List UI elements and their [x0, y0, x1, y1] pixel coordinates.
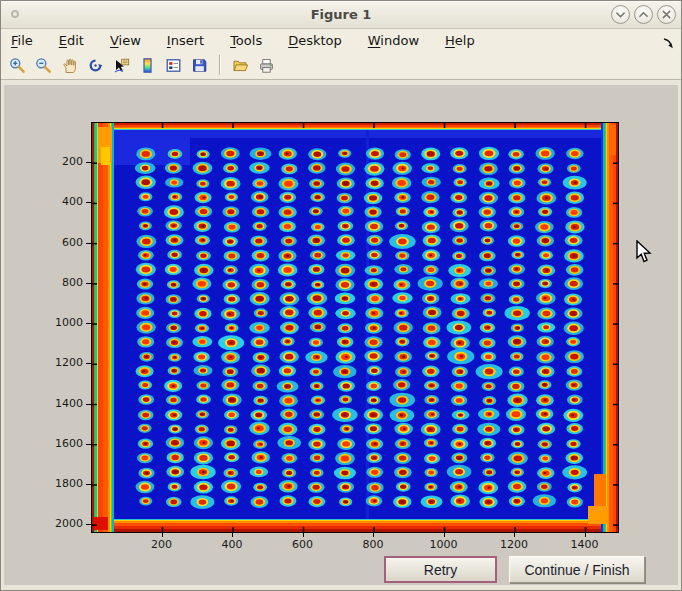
data-cursor-button[interactable]: [112, 56, 130, 74]
continue-finish-button[interactable]: Continue / Finish: [509, 556, 645, 583]
menu-view[interactable]: View: [110, 33, 155, 48]
x-tick-label: 400: [210, 538, 254, 551]
rotate-3d-icon: [87, 57, 104, 74]
menu-tools[interactable]: Tools: [230, 33, 276, 48]
open-folder-icon: [232, 57, 249, 74]
menu-file[interactable]: File: [11, 33, 47, 48]
shade-button[interactable]: [611, 5, 630, 24]
y-tick-label: 1000: [45, 316, 83, 329]
menu-insert[interactable]: Insert: [167, 33, 218, 48]
y-tick-mark: [86, 484, 91, 485]
x-tick-label: 1200: [492, 538, 536, 551]
y-tick-mark: [86, 162, 91, 163]
x-tick-label: 200: [140, 538, 184, 551]
x-tick-label: 1000: [422, 538, 466, 551]
close-button[interactable]: [657, 5, 676, 24]
y-tick-label: 1400: [45, 397, 83, 410]
x-tick-mark: [162, 533, 163, 537]
zoom-out-icon: [35, 57, 52, 74]
y-tick-mark: [86, 524, 91, 525]
insert-legend-button[interactable]: [164, 56, 182, 74]
heatmap-image[interactable]: [92, 123, 618, 532]
y-tick-label: 600: [45, 236, 83, 249]
menu-help[interactable]: Help: [445, 33, 489, 48]
x-tick-mark: [514, 533, 515, 537]
y-tick-label: 400: [45, 195, 83, 208]
zoom-in-icon: [9, 57, 26, 74]
x-tick-mark: [444, 533, 445, 537]
colorbar-icon: [139, 57, 156, 74]
toolbar-separator: [219, 55, 220, 75]
y-tick-label: 1200: [45, 356, 83, 369]
y-tick-label: 2000: [45, 517, 83, 530]
y-tick-label: 800: [45, 276, 83, 289]
print-button[interactable]: [257, 56, 275, 74]
save-icon: [191, 57, 208, 74]
y-tick-mark: [86, 243, 91, 244]
save-button[interactable]: [190, 56, 208, 74]
retry-button[interactable]: Retry: [384, 556, 497, 583]
y-tick-label: 1600: [45, 437, 83, 450]
titlebar: Figure 1: [1, 1, 681, 29]
x-tick-mark: [373, 533, 374, 537]
y-tick-mark: [86, 283, 91, 284]
plot-axes[interactable]: [91, 122, 619, 533]
x-tick-label: 1400: [563, 538, 607, 551]
close-icon: [658, 5, 675, 24]
window-title: Figure 1: [1, 1, 681, 28]
menu-edit[interactable]: Edit: [59, 33, 98, 48]
x-tick-mark: [585, 533, 586, 537]
y-tick-label: 200: [45, 155, 83, 168]
pan-icon: [61, 57, 78, 74]
x-tick-label: 800: [351, 538, 395, 551]
y-tick-mark: [86, 323, 91, 324]
menubar: FileEditViewInsertToolsDesktopWindowHelp: [1, 29, 681, 51]
insert-legend-icon: [165, 57, 182, 74]
x-tick-label: 600: [281, 538, 325, 551]
chevron-up-icon: [635, 5, 652, 24]
menu-desktop[interactable]: Desktop: [288, 33, 356, 48]
y-tick-mark: [86, 363, 91, 364]
menu-window[interactable]: Window: [368, 33, 433, 48]
x-tick-mark: [232, 533, 233, 537]
window-menu-button[interactable]: [11, 10, 19, 18]
y-tick-mark: [86, 404, 91, 405]
figure-canvas: 2004006008001000120014001600180020002004…: [4, 85, 678, 585]
zoom-out-button[interactable]: [34, 56, 52, 74]
open-folder-button[interactable]: [231, 56, 249, 74]
rotate-3d-button[interactable]: [86, 56, 104, 74]
data-cursor-icon: [113, 57, 130, 74]
figure-window: Figure 1 FileEditViewInsertToolsDesktopW…: [0, 0, 682, 591]
y-tick-label: 1800: [45, 477, 83, 490]
colorbar-button[interactable]: [138, 56, 156, 74]
y-tick-mark: [86, 202, 91, 203]
mouse-cursor-icon: [635, 240, 652, 264]
maximize-button[interactable]: [634, 5, 653, 24]
pan-button[interactable]: [60, 56, 78, 74]
figure-toolbar: [1, 51, 681, 80]
x-tick-mark: [303, 533, 304, 537]
print-icon: [258, 57, 275, 74]
zoom-in-button[interactable]: [8, 56, 26, 74]
y-tick-mark: [86, 444, 91, 445]
window-controls: [611, 5, 676, 24]
chevron-down-icon: [612, 5, 629, 24]
